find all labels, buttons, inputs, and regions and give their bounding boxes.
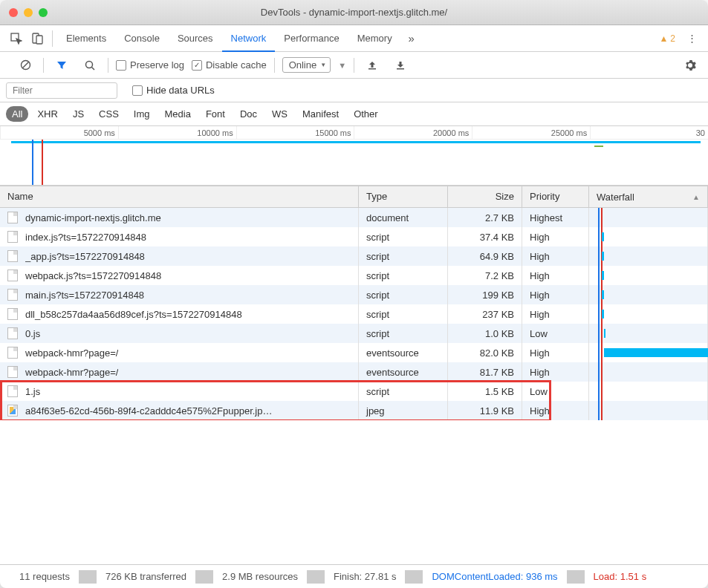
type-filter-bar: AllXHRJSCSSImgMediaFontDocWSManifestOthe… — [0, 102, 708, 126]
filter-icon[interactable] — [51, 55, 72, 76]
table-row[interactable]: 1.jsscript1.5 KBLow — [0, 382, 708, 401]
tab-console[interactable]: Console — [115, 25, 169, 52]
device-icon[interactable] — [27, 28, 48, 49]
disable-cache-checkbox[interactable]: Disable cache — [192, 59, 267, 71]
tab-elements[interactable]: Elements — [57, 25, 115, 52]
timeline-tick: 20000 ms — [354, 126, 472, 139]
upload-icon[interactable] — [362, 55, 383, 76]
devtools-window: DevTools - dynamic-import-nextjs.glitch.… — [0, 0, 708, 588]
type-filter-manifest[interactable]: Manifest — [296, 106, 345, 122]
table-row[interactable]: _app.js?ts=1572270914848script64.9 KBHig… — [0, 246, 708, 266]
minimize-icon[interactable] — [24, 8, 33, 17]
col-waterfall[interactable]: Waterfall▲ — [589, 186, 708, 207]
table-row[interactable]: dynamic-import-nextjs.glitch.medocument2… — [0, 208, 708, 227]
request-priority: High — [522, 343, 589, 362]
tab-network[interactable]: Network — [222, 25, 276, 52]
col-size[interactable]: Size — [448, 186, 522, 207]
type-filter-media[interactable]: Media — [158, 106, 196, 122]
col-type[interactable]: Type — [359, 186, 448, 207]
file-icon — [7, 385, 18, 397]
request-size: 82.0 KB — [448, 343, 522, 362]
table-row[interactable]: webpack.js?ts=1572270914848script7.2 KBH… — [0, 266, 708, 285]
request-size: 64.9 KB — [448, 246, 522, 266]
request-type: script — [359, 266, 448, 285]
close-icon[interactable] — [9, 8, 18, 17]
col-name[interactable]: Name — [0, 186, 359, 207]
table-row[interactable]: webpack-hmr?page=/eventsource81.7 KBHigh — [0, 362, 708, 382]
request-priority: High — [522, 266, 589, 285]
type-filter-css[interactable]: CSS — [93, 106, 125, 122]
clear-icon[interactable] — [15, 55, 36, 76]
tab-memory[interactable]: Memory — [348, 25, 401, 52]
request-priority: High — [522, 401, 589, 420]
request-size: 199 KB — [448, 285, 522, 304]
kebab-menu-icon[interactable]: ⋮ — [681, 28, 702, 49]
titlebar: DevTools - dynamic-import-nextjs.glitch.… — [0, 0, 708, 25]
timeline-tick: 25000 ms — [472, 126, 590, 139]
table-header: Name Type Size Priority Waterfall▲ — [0, 186, 708, 208]
request-name: dll_b58c257da4aa56d89cef.js?ts=157227091… — [25, 309, 242, 320]
type-filter-all[interactable]: All — [6, 106, 28, 122]
request-size: 1.0 KB — [448, 324, 522, 343]
table-row[interactable]: webpack-hmr?page=/eventsource82.0 KBHigh — [0, 343, 708, 362]
file-icon — [7, 289, 18, 301]
file-icon — [7, 308, 18, 320]
request-waterfall — [589, 227, 708, 246]
request-name: a84f63e5-62cd-456b-89f4-c2adddc4e575%2Fp… — [25, 405, 272, 416]
svg-point-4 — [86, 61, 93, 68]
type-filter-other[interactable]: Other — [348, 106, 384, 122]
table-row[interactable]: main.js?ts=1572270914848script199 KBHigh — [0, 285, 708, 304]
file-icon — [7, 347, 18, 359]
request-name: webpack-hmr?page=/ — [25, 367, 118, 378]
request-type: script — [359, 304, 448, 324]
col-priority[interactable]: Priority — [522, 186, 589, 207]
hide-data-urls-checkbox[interactable]: Hide data URLs — [132, 85, 215, 96]
request-waterfall — [589, 246, 708, 266]
request-priority: High — [522, 227, 589, 246]
preserve-log-checkbox[interactable]: Preserve log — [116, 59, 184, 71]
throttling-select[interactable]: Online — [282, 57, 331, 73]
file-icon — [7, 366, 18, 378]
timeline-overview[interactable]: 5000 ms10000 ms15000 ms20000 ms25000 ms3… — [0, 126, 708, 186]
table-row[interactable]: 0.jsscript1.0 KBLow — [0, 324, 708, 343]
type-filter-img[interactable]: Img — [128, 106, 156, 122]
file-icon — [7, 250, 18, 262]
type-filter-xhr[interactable]: XHR — [31, 106, 63, 122]
timeline-tick: 15000 ms — [236, 126, 354, 139]
settings-gear-icon[interactable] — [680, 55, 701, 76]
tab-performance[interactable]: Performance — [275, 25, 348, 52]
network-toolbar: Preserve log Disable cache Online ▼ — [0, 52, 708, 79]
download-icon[interactable] — [390, 55, 411, 76]
request-type: document — [359, 208, 448, 227]
request-name: 1.js — [25, 386, 40, 397]
status-resources: 2.9 MB resources — [213, 571, 307, 582]
request-waterfall — [589, 401, 708, 420]
type-filter-font[interactable]: Font — [200, 106, 231, 122]
more-tabs-icon[interactable]: » — [401, 28, 422, 49]
status-requests: 11 requests — [10, 571, 79, 582]
request-type: script — [359, 246, 448, 266]
type-filter-doc[interactable]: Doc — [234, 106, 263, 122]
warnings-badge[interactable]: ▲ 2 — [659, 33, 675, 44]
search-icon[interactable] — [79, 55, 100, 76]
table-row[interactable]: dll_b58c257da4aa56d89cef.js?ts=157227091… — [0, 304, 708, 324]
tab-sources[interactable]: Sources — [169, 25, 222, 52]
request-name: 0.js — [25, 328, 40, 339]
filter-input[interactable] — [6, 82, 117, 99]
table-row[interactable]: index.js?ts=1572270914848script37.4 KBHi… — [0, 227, 708, 246]
request-waterfall — [589, 362, 708, 382]
request-type: script — [359, 324, 448, 343]
status-transferred: 726 KB transferred — [97, 571, 195, 582]
timeline-tick: 5000 ms — [0, 126, 118, 139]
file-icon — [7, 212, 18, 223]
request-type: eventsource — [359, 362, 448, 382]
inspect-icon[interactable] — [6, 28, 27, 49]
zoom-icon[interactable] — [39, 8, 48, 17]
request-type: eventsource — [359, 343, 448, 362]
request-type: script — [359, 227, 448, 246]
tab-list: ElementsConsoleSourcesNetworkPerformance… — [57, 25, 401, 52]
request-waterfall — [589, 343, 708, 362]
type-filter-js[interactable]: JS — [67, 106, 90, 122]
table-row[interactable]: a84f63e5-62cd-456b-89f4-c2adddc4e575%2Fp… — [0, 401, 708, 420]
type-filter-ws[interactable]: WS — [266, 106, 293, 122]
